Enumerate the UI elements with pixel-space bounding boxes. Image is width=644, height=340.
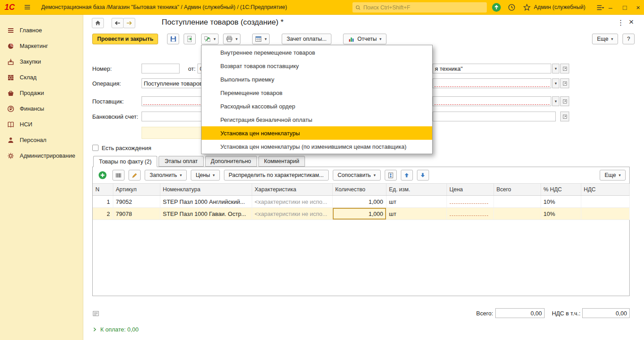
right-field-4[interactable] [433,112,556,121]
move-up-button[interactable] [401,170,413,181]
discussions-icon[interactable] [491,2,502,13]
forward-button[interactable] [123,18,135,28]
right-field-2[interactable] [433,78,551,88]
menu-item-goods-movement[interactable]: Перемещение товаров [202,86,432,99]
cell-price[interactable] [447,208,494,220]
menu-item-noncash-payment-registration[interactable]: Регистрация безналичной оплаты [202,113,432,126]
menu-item-perform-acceptance[interactable]: Выполнить приемку [202,73,432,86]
column-header-vat[interactable]: НДС [581,184,629,196]
sidebar-item-purchases[interactable]: Закупки [0,54,83,69]
organization-dropdown-button[interactable]: ▾ [552,64,559,73]
cell-nomenclature[interactable]: STEP Пазл 1000 Английский... [160,196,252,208]
menu-item-return-to-supplier[interactable]: Возврат товаров поставщику [202,59,432,73]
cell-characteristic[interactable]: <характеристики не испо... [252,196,332,208]
tab-additional[interactable]: Дополнительно [205,156,257,167]
save-button[interactable] [167,34,179,44]
help-button[interactable]: ? [623,34,635,44]
cell-article[interactable]: 79052 [113,196,160,208]
registers-button[interactable]: ▾ [252,34,270,44]
cell-quantity[interactable]: 1,000 [332,196,386,208]
column-header-n[interactable]: N [93,184,113,196]
close-button[interactable]: × [632,0,644,15]
total-field[interactable]: 0,00 [495,308,545,318]
column-header-vat-percent[interactable]: % НДС [541,184,581,196]
barcode-scanner-button[interactable] [112,170,125,181]
cell-characteristic[interactable]: <характеристики не испо... [252,208,332,220]
sidebar-item-master-data[interactable]: НСИ [0,116,83,132]
distribute-by-characteristics-button[interactable]: Распределить по характеристикам... [224,170,329,181]
cell-n[interactable]: 2 [93,208,113,220]
sidebar-item-main[interactable]: Главное [0,22,83,38]
global-search[interactable] [352,2,487,13]
menu-item-set-item-prices[interactable]: Установка цен номенклатуры [202,126,432,140]
fill-button[interactable]: Заполнить▾ [145,170,187,181]
payment-group-toggle[interactable]: К оплате: 0,00 [92,326,139,333]
print-button[interactable]: ▾ [223,34,240,44]
maximize-button[interactable]: □ [619,0,631,15]
cell-total[interactable] [494,196,541,208]
menu-item-internal-transfer[interactable]: Внутреннее перемещение товаров [202,46,432,59]
right-field-2-open-button[interactable] [560,78,569,88]
post-document-button[interactable] [184,34,196,44]
back-button[interactable] [112,18,124,28]
minimize-button[interactable]: – [605,0,616,15]
cell-vat-percent[interactable]: 10% [541,208,581,220]
sidebar-item-sales[interactable]: Продажи [0,85,83,101]
right-field-3[interactable] [433,96,551,106]
tab-comment[interactable]: Комментарий [258,156,305,167]
sidebar-item-personnel[interactable]: Персонал [0,132,83,148]
right-field-4-open-button[interactable] [560,112,569,121]
sidebar-item-marketing[interactable]: Маркетинг [0,38,83,54]
expand-rows-button[interactable] [385,170,397,181]
sidebar-item-finance[interactable]: Финансы [0,101,83,116]
add-row-button[interactable] [96,170,108,181]
organization-open-button[interactable] [560,64,569,73]
menu-item-set-item-prices-by-supplier[interactable]: Установка цен номенклатуры (по изменивши… [202,140,432,153]
column-header-article[interactable]: Артикул [113,184,160,196]
column-header-characteristic[interactable]: Характеристика [252,184,332,196]
cell-price[interactable] [447,196,494,208]
column-header-quantity[interactable]: Количество [332,184,386,196]
home-button[interactable] [92,18,104,28]
current-user[interactable]: Админ (служебный) [534,4,585,10]
cell-unit[interactable]: шт [386,208,447,220]
create-based-on-button[interactable]: ▾ [201,34,219,44]
table-more-button[interactable]: Еще▾ [600,170,626,181]
column-header-price[interactable]: Цена [447,184,494,196]
favorites-icon[interactable] [521,2,532,13]
post-and-close-button[interactable]: Провести и закрыть [92,34,158,44]
cell-nomenclature[interactable]: STEP Пазл 1000 Гаваи. Остр... [160,208,252,220]
right-field-3-dropdown-button[interactable]: ▾ [552,96,559,106]
column-header-unit[interactable]: Ед. изм. [386,184,447,196]
menu-item-cash-outflow-order[interactable]: Расходный кассовый ордер [202,99,432,113]
form-menu-dots[interactable]: ⋮ [617,18,624,27]
reports-button[interactable]: Отчеты ▾ [343,34,386,44]
sidebar-item-warehouse[interactable]: Склад [0,69,83,85]
prices-button[interactable]: Цены▾ [191,170,220,181]
cell-n[interactable]: 1 [93,196,113,208]
cell-quantity-active[interactable]: 1,000 [332,208,386,220]
sidebar-item-administration[interactable]: Администрирование [0,148,83,164]
right-field-2-dropdown-button[interactable]: ▾ [552,78,559,88]
discrepancies-checkbox[interactable] [92,145,99,151]
cell-total[interactable] [494,208,541,220]
main-menu-icon[interactable] [22,2,32,12]
number-field[interactable] [142,64,180,73]
offset-payment-button[interactable]: Зачет оплаты... [282,34,331,44]
match-button[interactable]: Сопоставить▾ [333,170,381,181]
tab-payment-stages[interactable]: Этапы оплат [159,156,203,167]
form-close-button[interactable]: × [629,17,634,27]
search-input[interactable] [363,4,484,11]
right-field-3-open-button[interactable] [560,96,569,106]
more-button[interactable]: Еще ▾ [592,34,618,44]
organization-field[interactable]: я техника" [433,64,551,73]
cell-vat[interactable] [581,208,629,220]
cell-vat[interactable] [581,196,629,208]
column-header-total[interactable]: Всего [494,184,541,196]
cell-article[interactable]: 79078 [113,208,160,220]
cell-unit[interactable]: шт [386,196,447,208]
service-menu-icon[interactable] [595,2,605,13]
notes-icon[interactable] [92,310,99,318]
edit-row-button[interactable] [129,170,141,181]
history-icon[interactable] [506,2,517,13]
